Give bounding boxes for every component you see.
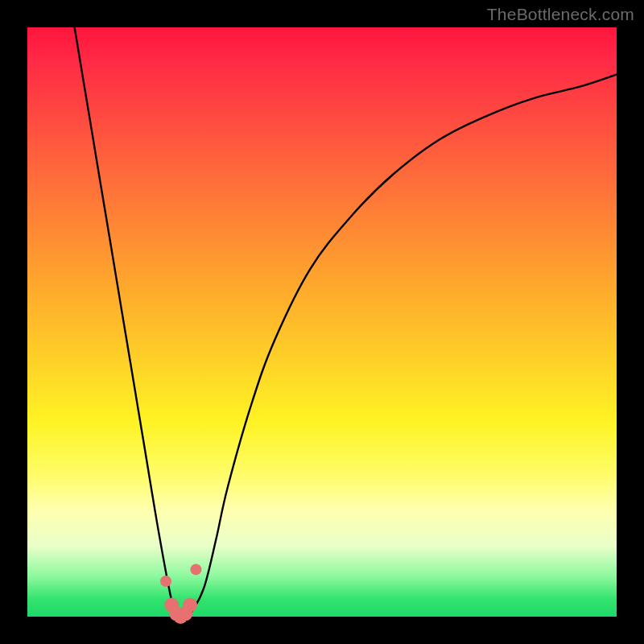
valley-marker <box>160 576 171 587</box>
plot-area <box>27 27 617 617</box>
watermark-text: TheBottleneck.com <box>487 5 634 24</box>
valley-marker <box>190 564 201 575</box>
valley-marker <box>183 597 197 612</box>
bottleneck-curve <box>75 27 617 617</box>
curve-layer <box>27 27 617 617</box>
chart-frame: TheBottleneck.com <box>0 0 644 644</box>
